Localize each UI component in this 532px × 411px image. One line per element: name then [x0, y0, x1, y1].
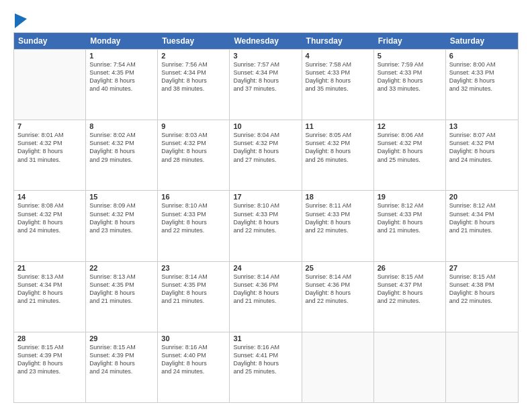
calendar-row: 7Sunrise: 8:01 AMSunset: 4:32 PMDaylight…: [14, 120, 518, 190]
cell-info: Sunrise: 8:15 AMSunset: 4:39 PMDaylight:…: [89, 343, 154, 376]
calendar-cell: 14Sunrise: 8:08 AMSunset: 4:32 PMDayligh…: [14, 191, 86, 261]
cell-info: Sunrise: 8:12 AMSunset: 4:34 PMDaylight:…: [449, 201, 515, 234]
cell-info: Sunrise: 8:07 AMSunset: 4:32 PMDaylight:…: [449, 131, 515, 164]
cell-info: Sunrise: 8:15 AMSunset: 4:37 PMDaylight:…: [378, 273, 442, 306]
cell-info: Sunrise: 8:13 AMSunset: 4:35 PMDaylight:…: [89, 273, 154, 306]
header-day: Saturday: [446, 33, 518, 49]
cell-info: Sunrise: 8:09 AMSunset: 4:32 PMDaylight:…: [89, 201, 154, 234]
calendar-cell: 12Sunrise: 8:06 AMSunset: 4:32 PMDayligh…: [374, 120, 446, 190]
cell-info: Sunrise: 8:16 AMSunset: 4:40 PMDaylight:…: [161, 343, 226, 376]
day-number: 13: [449, 122, 515, 130]
cell-info: Sunrise: 8:14 AMSunset: 4:36 PMDaylight:…: [233, 273, 298, 306]
cell-info: Sunrise: 8:15 AMSunset: 4:39 PMDaylight:…: [17, 343, 82, 376]
day-number: 16: [161, 193, 226, 201]
calendar-cell: 11Sunrise: 8:05 AMSunset: 4:32 PMDayligh…: [302, 120, 374, 190]
cell-info: Sunrise: 7:57 AMSunset: 4:34 PMDaylight:…: [233, 60, 298, 93]
cell-info: Sunrise: 7:59 AMSunset: 4:33 PMDaylight:…: [378, 60, 442, 93]
day-number: 2: [161, 52, 226, 60]
cell-info: Sunrise: 8:06 AMSunset: 4:32 PMDaylight:…: [378, 131, 442, 164]
header-day: Monday: [86, 33, 158, 49]
cell-info: Sunrise: 8:16 AMSunset: 4:41 PMDaylight:…: [233, 343, 298, 376]
cell-info: Sunrise: 8:15 AMSunset: 4:38 PMDaylight:…: [449, 273, 515, 306]
day-number: 1: [89, 52, 154, 60]
header-day: Wednesday: [230, 33, 302, 49]
calendar-row: 28Sunrise: 8:15 AMSunset: 4:39 PMDayligh…: [14, 332, 518, 402]
day-number: 7: [17, 122, 82, 130]
day-number: 30: [161, 334, 226, 342]
day-number: 17: [233, 193, 298, 201]
calendar-cell: 27Sunrise: 8:15 AMSunset: 4:38 PMDayligh…: [446, 262, 518, 332]
day-number: 15: [89, 193, 154, 201]
day-number: 22: [89, 264, 154, 272]
header-day: Sunday: [14, 33, 86, 49]
cell-info: Sunrise: 8:11 AMSunset: 4:33 PMDaylight:…: [306, 201, 370, 234]
calendar-cell: 30Sunrise: 8:16 AMSunset: 4:40 PMDayligh…: [158, 332, 230, 402]
day-number: 12: [378, 122, 442, 130]
calendar-cell: 23Sunrise: 8:14 AMSunset: 4:35 PMDayligh…: [158, 262, 230, 332]
cell-info: Sunrise: 8:10 AMSunset: 4:33 PMDaylight:…: [233, 201, 298, 234]
calendar-cell: 26Sunrise: 8:15 AMSunset: 4:37 PMDayligh…: [374, 262, 446, 332]
header-day: Tuesday: [158, 33, 230, 49]
day-number: 6: [449, 52, 515, 60]
logo: [13, 13, 27, 27]
cell-info: Sunrise: 8:05 AMSunset: 4:32 PMDaylight:…: [306, 131, 370, 164]
cell-info: Sunrise: 7:54 AMSunset: 4:35 PMDaylight:…: [89, 60, 154, 93]
calendar-row: 14Sunrise: 8:08 AMSunset: 4:32 PMDayligh…: [14, 190, 518, 261]
cell-info: Sunrise: 8:10 AMSunset: 4:33 PMDaylight:…: [161, 201, 226, 234]
cell-info: Sunrise: 8:14 AMSunset: 4:35 PMDaylight:…: [161, 273, 226, 306]
calendar-cell: 9Sunrise: 8:03 AMSunset: 4:32 PMDaylight…: [158, 120, 230, 190]
calendar-cell: 29Sunrise: 8:15 AMSunset: 4:39 PMDayligh…: [86, 332, 158, 402]
calendar-cell: 5Sunrise: 7:59 AMSunset: 4:33 PMDaylight…: [374, 50, 446, 120]
calendar-cell: 18Sunrise: 8:11 AMSunset: 4:33 PMDayligh…: [302, 191, 374, 261]
day-number: 20: [449, 193, 515, 201]
calendar-cell: 24Sunrise: 8:14 AMSunset: 4:36 PMDayligh…: [230, 262, 302, 332]
header: [13, 11, 519, 27]
cell-info: Sunrise: 7:58 AMSunset: 4:33 PMDaylight:…: [306, 60, 370, 93]
calendar-cell: [374, 332, 446, 402]
day-number: 26: [378, 264, 442, 272]
cell-info: Sunrise: 8:13 AMSunset: 4:34 PMDaylight:…: [17, 273, 82, 306]
calendar-cell: 20Sunrise: 8:12 AMSunset: 4:34 PMDayligh…: [446, 191, 518, 261]
svg-marker-0: [15, 13, 27, 28]
cell-info: Sunrise: 7:56 AMSunset: 4:34 PMDaylight:…: [161, 60, 226, 93]
calendar-cell: 19Sunrise: 8:12 AMSunset: 4:33 PMDayligh…: [374, 191, 446, 261]
day-number: 19: [378, 193, 442, 201]
calendar-cell: 13Sunrise: 8:07 AMSunset: 4:32 PMDayligh…: [446, 120, 518, 190]
calendar: SundayMondayTuesdayWednesdayThursdayFrid…: [13, 32, 519, 403]
calendar-cell: [302, 332, 374, 402]
calendar-cell: 6Sunrise: 8:00 AMSunset: 4:33 PMDaylight…: [446, 50, 518, 120]
calendar-cell: 3Sunrise: 7:57 AMSunset: 4:34 PMDaylight…: [230, 50, 302, 120]
day-number: 27: [449, 264, 515, 272]
calendar-cell: 7Sunrise: 8:01 AMSunset: 4:32 PMDaylight…: [14, 120, 86, 190]
day-number: 11: [306, 122, 370, 130]
day-number: 10: [233, 122, 298, 130]
day-number: 23: [161, 264, 226, 272]
calendar-cell: 17Sunrise: 8:10 AMSunset: 4:33 PMDayligh…: [230, 191, 302, 261]
calendar-row: 21Sunrise: 8:13 AMSunset: 4:34 PMDayligh…: [14, 261, 518, 332]
calendar-cell: 21Sunrise: 8:13 AMSunset: 4:34 PMDayligh…: [14, 262, 86, 332]
cell-info: Sunrise: 8:08 AMSunset: 4:32 PMDaylight:…: [17, 201, 82, 234]
day-number: 29: [89, 334, 154, 342]
calendar-header: SundayMondayTuesdayWednesdayThursdayFrid…: [14, 33, 518, 49]
day-number: 24: [233, 264, 298, 272]
cell-info: Sunrise: 8:04 AMSunset: 4:32 PMDaylight:…: [233, 131, 298, 164]
calendar-cell: 2Sunrise: 7:56 AMSunset: 4:34 PMDaylight…: [158, 50, 230, 120]
calendar-cell: 31Sunrise: 8:16 AMSunset: 4:41 PMDayligh…: [230, 332, 302, 402]
calendar-cell: 28Sunrise: 8:15 AMSunset: 4:39 PMDayligh…: [14, 332, 86, 402]
header-day: Friday: [374, 33, 446, 49]
day-number: 5: [378, 52, 442, 60]
cell-info: Sunrise: 8:03 AMSunset: 4:32 PMDaylight:…: [161, 131, 226, 164]
calendar-cell: 22Sunrise: 8:13 AMSunset: 4:35 PMDayligh…: [86, 262, 158, 332]
calendar-body: 1Sunrise: 7:54 AMSunset: 4:35 PMDaylight…: [14, 49, 518, 402]
calendar-cell: 15Sunrise: 8:09 AMSunset: 4:32 PMDayligh…: [86, 191, 158, 261]
day-number: 9: [161, 122, 226, 130]
day-number: 14: [17, 193, 82, 201]
calendar-cell: 1Sunrise: 7:54 AMSunset: 4:35 PMDaylight…: [86, 50, 158, 120]
day-number: 25: [306, 264, 370, 272]
calendar-cell: 16Sunrise: 8:10 AMSunset: 4:33 PMDayligh…: [158, 191, 230, 261]
calendar-cell: 8Sunrise: 8:02 AMSunset: 4:32 PMDaylight…: [86, 120, 158, 190]
calendar-cell: 4Sunrise: 7:58 AMSunset: 4:33 PMDaylight…: [302, 50, 374, 120]
day-number: 31: [233, 334, 298, 342]
page: SundayMondayTuesdayWednesdayThursdayFrid…: [0, 0, 532, 411]
day-number: 8: [89, 122, 154, 130]
